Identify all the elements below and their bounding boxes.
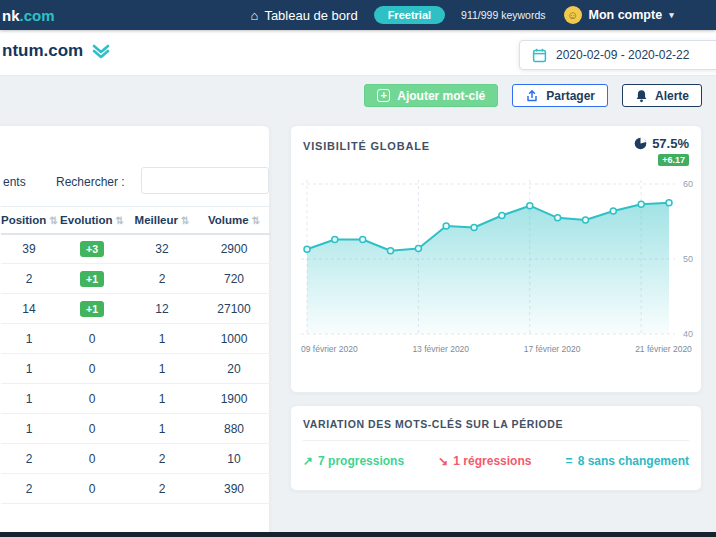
visibility-score-block: 57.5% +6.17 [634,136,689,166]
best-cell: 1 [127,324,197,354]
table-row[interactable]: 39+3322900 [1,234,271,264]
table-row[interactable]: 2+12720 [1,264,271,294]
keywords-table: Position⇅Evolution⇅Meilleur⇅Volume⇅ 39+3… [1,206,271,504]
table-row[interactable]: 101880 [1,414,271,444]
pie-chart-icon [634,137,647,150]
keywords-card-header: ents Rechercher : [1,126,269,206]
nav-dashboard[interactable]: ⌂ Tableau de bord [251,8,358,23]
sort-icon: ⇅ [49,215,57,226]
date-range-picker[interactable]: 2020-02-09 - 2020-02-22 [519,40,716,70]
regressions-label: 1 régressions [453,454,531,468]
position-cell: 2 [1,264,57,294]
alert-label: Alerte [655,89,689,103]
add-keyword-button[interactable]: + Ajouter mot-clé [364,84,498,107]
date-range-value: 2020-02-09 - 2020-02-22 [556,48,689,62]
account-label: Mon compte [589,8,663,22]
visibility-title: VISIBILITÉ GLOBALE [303,140,430,152]
table-row[interactable]: 14+11227100 [1,294,271,324]
freetrial-badge[interactable]: Freetrial [374,6,445,24]
variation-stats: ↗ 7 progressions ↘ 1 régressions = 8 san… [291,441,701,468]
top-navbar: nk.com ⌂ Tableau de bord Freetrial 911/9… [0,0,716,30]
best-cell: 2 [127,444,197,474]
visibility-chart: 60504009 février 202013 février 202017 f… [293,166,713,366]
evolution-badge: +1 [80,271,104,287]
nav-dashboard-label: Tableau de bord [264,8,357,23]
volume-cell: 390 [197,474,271,504]
evolution-cell: +1 [57,294,127,324]
equals-icon: = [566,454,573,468]
search-input[interactable] [141,167,269,194]
subheader: ntum.com 2020-02-09 - 2020-02-22 [0,30,716,76]
svg-text:13 février 2020: 13 février 2020 [412,344,469,354]
svg-text:50: 50 [683,254,693,264]
table-row[interactable]: 1011900 [1,384,271,414]
table-row[interactable]: 1011000 [1,324,271,354]
position-cell: 39 [1,234,57,264]
svg-text:17 février 2020: 17 février 2020 [524,344,581,354]
volume-cell: 880 [197,414,271,444]
share-label: Partager [546,89,595,103]
keywords-card: ents Rechercher : Position⇅Evolution⇅Mei… [0,125,270,537]
partial-heading: ents [3,175,26,189]
sort-icon: ⇅ [252,215,260,226]
visibility-score: 57.5% [652,136,689,151]
column-header-meilleur[interactable]: Meilleur⇅ [127,207,197,234]
progressions-stat: ↗ 7 progressions [303,454,404,468]
up-arrow-icon: ↗ [303,454,313,468]
progressions-label: 7 progressions [318,454,404,468]
evolution-badge: +1 [80,301,104,317]
visibility-card: VISIBILITÉ GLOBALE 57.5% +6.17 60504009 … [290,125,702,393]
add-keyword-label: Ajouter mot-clé [397,89,485,103]
best-cell: 2 [127,474,197,504]
volume-cell: 2900 [197,234,271,264]
volume-cell: 20 [197,354,271,384]
position-cell: 1 [1,324,57,354]
down-arrow-icon: ↘ [438,454,448,468]
alert-button[interactable]: Alerte [622,84,702,107]
svg-text:09 février 2020: 09 février 2020 [301,344,358,354]
account-menu[interactable]: ☺ Mon compte ▾ [564,6,674,24]
table-row[interactable]: 202390 [1,474,271,504]
chevron-down-icon: ▾ [669,10,674,20]
best-cell: 32 [127,234,197,264]
column-header-position[interactable]: Position⇅ [1,207,57,234]
evolution-cell: +1 [57,264,127,294]
share-button[interactable]: Partager [512,84,608,107]
best-cell: 12 [127,294,197,324]
table-row[interactable]: 10120 [1,354,271,384]
column-header-volume[interactable]: Volume⇅ [197,207,271,234]
volume-cell: 27100 [197,294,271,324]
regressions-stat: ↘ 1 régressions [438,454,531,468]
svg-text:60: 60 [683,179,693,189]
table-row[interactable]: 20210 [1,444,271,474]
variation-title: VARIATION DES MOTS-CLÉS SUR LA PÉRIODE [303,418,689,441]
visibility-delta-badge: +6.17 [658,154,689,166]
column-header-evolution[interactable]: Evolution⇅ [57,207,127,234]
evolution-badge: +3 [80,241,104,257]
volume-cell: 1000 [197,324,271,354]
avatar: ☺ [564,6,582,24]
domain-label: ntum.com [2,41,83,61]
evolution-cell: +3 [57,234,127,264]
volume-cell: 10 [197,444,271,474]
volume-cell: 720 [197,264,271,294]
bottom-strip [0,532,716,537]
position-cell: 14 [1,294,57,324]
sort-icon: ⇅ [116,215,124,226]
best-cell: 1 [127,354,197,384]
position-cell: 2 [1,474,57,504]
evolution-cell: 0 [57,354,127,384]
no-change-stat: = 8 sans changement [566,454,689,468]
best-cell: 2 [127,264,197,294]
no-change-label: 8 sans changement [578,454,689,468]
navbar-center: ⌂ Tableau de bord Freetrial 911/999 keyw… [251,6,546,24]
logo[interactable]: nk.com [2,7,55,24]
share-icon [525,89,539,103]
best-cell: 1 [127,414,197,444]
domain-selector[interactable]: ntum.com [2,41,110,61]
evolution-cell: 0 [57,324,127,354]
sort-icon: ⇅ [181,215,189,226]
evolution-cell: 0 [57,384,127,414]
keywords-counter: 911/999 keywords [461,9,545,21]
position-cell: 2 [1,444,57,474]
